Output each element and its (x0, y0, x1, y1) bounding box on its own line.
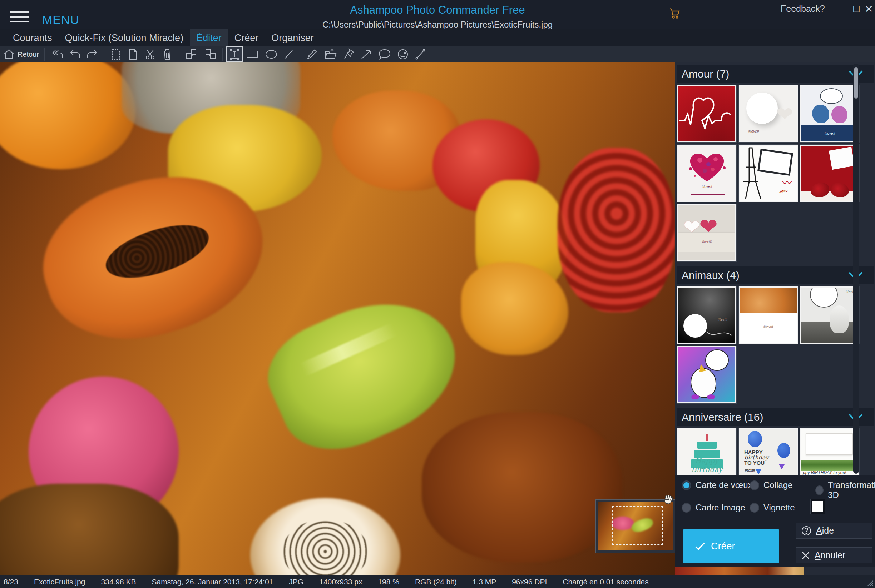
rotate-right-button[interactable] (201, 46, 220, 62)
filmstrip-sliver (675, 567, 804, 575)
template-green-ribbon[interactable]: ppy BIRTHDAY to you! (800, 428, 859, 478)
templates-sidepanel: Amour (7) ❤ #love# #love# (675, 62, 875, 575)
template-paris-frame[interactable]: 〰 xoxo (739, 145, 798, 202)
x-icon (801, 551, 810, 560)
rotate-right-icon (203, 48, 217, 61)
template-kittens-basket[interactable]: #text# (739, 286, 798, 344)
main-tabbar: Courants Quick-Fix (Solution Miracle) Éd… (0, 29, 875, 46)
rotate-left-button[interactable] (182, 46, 201, 62)
close-button[interactable]: ✕ (864, 3, 874, 16)
pin-button[interactable] (340, 46, 358, 62)
shopping-cart-icon[interactable] (668, 6, 682, 21)
navigator-viewport-rect[interactable] (612, 506, 663, 545)
pencil-tool-button[interactable] (303, 46, 321, 62)
cancel-button[interactable]: Annuler (796, 547, 872, 563)
status-filesize: 334.98 KB (101, 578, 136, 586)
text-tool-button[interactable] (226, 46, 243, 62)
measure-line-button[interactable] (412, 46, 429, 62)
eiffel-tower-art (740, 146, 761, 200)
radio-carte-de-voeux[interactable]: Carte de vœux (682, 480, 752, 490)
export-button[interactable] (321, 46, 340, 62)
feedback-link[interactable]: Feedback? (781, 4, 825, 14)
cut-button[interactable] (141, 46, 159, 62)
template-caption: #test# (718, 318, 728, 321)
tab-editer[interactable]: Éditer (190, 29, 228, 46)
copy-button[interactable] (107, 46, 125, 62)
radio-icon[interactable] (750, 503, 759, 513)
template-hearts-envelope[interactable]: ❤❤ #text# (677, 204, 736, 261)
delete-button[interactable] (159, 46, 176, 62)
create-button[interactable]: Créer (683, 530, 779, 563)
animaux-template-grid: #test# #text# #test# (675, 284, 875, 405)
template-unicorn[interactable] (677, 346, 736, 403)
speech-bubble-button[interactable] (375, 46, 394, 62)
anniversaire-template-grid: Happy Birthday HAPPY birthday TO YOU #te… (675, 426, 875, 480)
status-load-time: Chargé en 0.01 secondes (562, 578, 649, 586)
maximize-button[interactable]: ☐ (849, 3, 864, 16)
template-paper-circle-heart[interactable]: ❤ #love# (739, 85, 798, 142)
section-title: Amour (7) (682, 68, 729, 80)
arrow-button[interactable] (358, 46, 375, 62)
retour-button[interactable]: Retour (0, 46, 42, 62)
help-button[interactable]: Aide (796, 523, 872, 539)
question-circle-icon (801, 525, 812, 536)
radio-collage[interactable]: Collage (750, 480, 792, 490)
section-header-anniversaire[interactable]: Anniversaire (16) (677, 408, 873, 426)
undo-button[interactable] (66, 46, 84, 62)
tab-courants[interactable]: Courants (6, 29, 59, 46)
ellipse-tool-icon (264, 49, 278, 60)
template-caption: ppy BIRTHDAY to you! (803, 470, 846, 475)
template-sleeping-cat[interactable]: #test# (677, 286, 736, 344)
radio-transformation-3d[interactable]: Transformation 3D (815, 480, 875, 500)
rectangle-tool-icon (245, 49, 259, 60)
resize-grip-icon[interactable] (866, 579, 873, 586)
title-block: Ashampoo Photo Commander Free C:\Users\P… (0, 0, 875, 30)
tab-organiser[interactable]: Organiser (265, 29, 320, 46)
redo-button[interactable] (84, 46, 101, 62)
copy-dashed-icon (110, 48, 122, 61)
app-title: Ashampoo Photo Commander Free (0, 4, 875, 16)
sidepanel-scrollbar[interactable] (853, 64, 859, 474)
template-red-gift-bow[interactable] (800, 145, 859, 202)
template-teal-cake[interactable]: Happy Birthday (677, 428, 736, 478)
radio-icon[interactable] (682, 503, 691, 513)
cut-scissors-icon (144, 48, 156, 61)
radio-cadre-image[interactable]: Cadre Image (682, 502, 745, 513)
status-zoom-percent: 198 % (378, 578, 399, 586)
template-heart-of-hearts[interactable]: #love# (677, 145, 736, 202)
scrollbar-thumb[interactable] (854, 67, 858, 99)
status-dpi: 96x96 DPI (512, 578, 547, 586)
section-title: Anniversaire (16) (682, 411, 763, 423)
tab-creer[interactable]: Créer (228, 29, 265, 46)
template-heart-ekg[interactable] (677, 85, 736, 142)
rectangle-tool-button[interactable] (243, 46, 262, 62)
radio-selected-icon[interactable] (682, 480, 691, 490)
smiley-wink-icon (396, 48, 409, 61)
template-dog-bubble[interactable]: #test# (800, 286, 859, 344)
arrow-tool-icon (360, 48, 373, 60)
undo-all-button[interactable] (48, 46, 66, 62)
section-header-amour[interactable]: Amour (7) (677, 65, 873, 83)
amour-template-grid: ❤ #love# #love# #love# 〰 (675, 83, 875, 264)
redo-icon (86, 48, 98, 60)
radio-icon[interactable] (750, 480, 759, 490)
photo-commander-window: MENU Ashampoo Photo Commander Free C:\Us… (0, 0, 875, 588)
minimize-button[interactable]: — (833, 3, 848, 16)
pencil-tool-icon (305, 48, 319, 61)
template-love-birds[interactable]: #love# (800, 85, 859, 142)
radio-icon[interactable] (815, 486, 824, 495)
color-swatch-picker[interactable] (810, 499, 825, 514)
pushpin-icon (343, 48, 355, 61)
duplicate-button[interactable] (125, 46, 141, 62)
template-balloons[interactable]: HAPPY birthday TO YOU #text# (739, 428, 798, 478)
line-tool-button[interactable] (281, 46, 297, 62)
photo-exotic-fruits[interactable] (0, 62, 675, 576)
section-header-animaux[interactable]: Animaux (4) (677, 267, 873, 284)
export-folder-icon (323, 48, 338, 61)
smiley-button[interactable] (394, 46, 412, 62)
status-megapixels: 1.3 MP (472, 578, 496, 586)
ellipse-tool-button[interactable] (262, 46, 281, 62)
lips-art: 〰 (782, 176, 792, 189)
tab-quick-fix[interactable]: Quick-Fix (Solution Miracle) (59, 29, 190, 46)
radio-vignette[interactable]: Vignette (750, 502, 795, 513)
